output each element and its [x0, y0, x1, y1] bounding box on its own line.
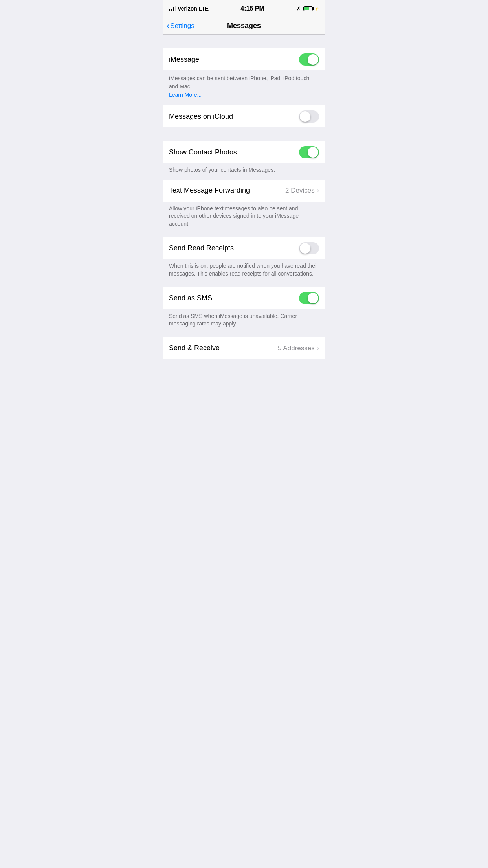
section-gap-top: [163, 35, 325, 48]
send-receive-label: Send & Receive: [169, 344, 220, 352]
send-sms-description: Send as SMS when iMessage is unavailable…: [163, 309, 325, 333]
signal-bar-2: [171, 9, 172, 11]
send-receive-row[interactable]: Send & Receive 5 Addresses ›: [163, 337, 325, 359]
carrier-name: Verizon: [178, 6, 197, 12]
send-receive-value: 5 Addresses ›: [278, 344, 319, 352]
charging-icon: ⚡: [314, 7, 319, 11]
bluetooth-icon: ✗: [296, 6, 301, 12]
status-left: Verizon LTE: [169, 6, 209, 12]
send-receive-group: Send & Receive 5 Addresses ›: [163, 337, 325, 359]
send-receive-count: 5 Addresses: [278, 344, 315, 352]
network-type: LTE: [199, 6, 209, 12]
section-gap-4: [163, 283, 325, 287]
back-chevron-icon: ‹: [167, 22, 169, 30]
read-receipts-toggle[interactable]: [299, 242, 319, 254]
read-receipts-row: Send Read Receipts: [163, 237, 325, 259]
read-receipts-label: Send Read Receipts: [169, 244, 234, 252]
send-sms-toggle-knob: [308, 293, 318, 303]
contact-photos-toggle-knob: [308, 147, 318, 158]
messages-icloud-row: Messages on iCloud: [163, 105, 325, 127]
send-sms-row: Send as SMS: [163, 287, 325, 309]
read-receipts-group: Send Read Receipts: [163, 237, 325, 259]
imessage-row: iMessage: [163, 48, 325, 70]
send-receive-chevron-icon: ›: [317, 345, 319, 352]
learn-more-link[interactable]: Learn More...: [169, 92, 202, 98]
imessage-group: iMessage: [163, 48, 325, 70]
text-forwarding-count: 2 Devices: [285, 187, 315, 195]
status-time: 4:15 PM: [240, 5, 264, 12]
send-sms-toggle[interactable]: [299, 292, 319, 304]
status-right: ✗ ⚡: [296, 6, 319, 12]
back-button[interactable]: ‹ Settings: [167, 22, 194, 30]
back-label: Settings: [170, 22, 194, 30]
section-gap-5: [163, 333, 325, 337]
send-sms-label: Send as SMS: [169, 294, 212, 302]
imessage-label: iMessage: [169, 55, 199, 64]
battery-fill: [304, 7, 309, 10]
text-forwarding-description: Allow your iPhone text messages to also …: [163, 202, 325, 234]
messages-icloud-toggle[interactable]: [299, 110, 319, 123]
status-bar: Verizon LTE 4:15 PM ✗ ⚡: [163, 0, 325, 17]
send-sms-group: Send as SMS: [163, 287, 325, 309]
battery-container: ⚡: [303, 6, 319, 11]
contact-photos-description-text: Show photos of your contacts in Messages…: [169, 166, 319, 174]
contact-photos-toggle[interactable]: [299, 146, 319, 158]
messages-icloud-label: Messages on iCloud: [169, 112, 233, 121]
contact-photos-description: Show photos of your contacts in Messages…: [163, 163, 325, 180]
signal-bar-4: [175, 6, 176, 11]
imessage-toggle-knob: [308, 54, 318, 65]
contact-photos-group: Show Contact Photos: [163, 141, 325, 163]
text-forwarding-label: Text Message Forwarding: [169, 186, 250, 195]
messages-icloud-toggle-knob: [300, 111, 310, 122]
send-sms-description-text: Send as SMS when iMessage is unavailable…: [169, 313, 319, 328]
signal-bars: [169, 6, 176, 11]
read-receipts-toggle-knob: [300, 243, 310, 254]
read-receipts-description: When this is on, people are notified whe…: [163, 259, 325, 283]
imessage-description-text: iMessages can be sent between iPhone, iP…: [169, 74, 319, 99]
page-title: Messages: [227, 22, 261, 30]
imessage-toggle[interactable]: [299, 53, 319, 66]
messages-icloud-group: Messages on iCloud: [163, 105, 325, 127]
text-forwarding-description-text: Allow your iPhone text messages to also …: [169, 205, 319, 228]
contact-photos-row: Show Contact Photos: [163, 141, 325, 163]
text-forwarding-group: Text Message Forwarding 2 Devices ›: [163, 180, 325, 202]
text-forwarding-chevron-icon: ›: [317, 187, 319, 194]
section-gap-2: [163, 127, 325, 141]
contact-photos-label: Show Contact Photos: [169, 148, 237, 156]
text-forwarding-row[interactable]: Text Message Forwarding 2 Devices ›: [163, 180, 325, 202]
imessage-description: iMessages can be sent between iPhone, iP…: [163, 70, 325, 105]
read-receipts-description-text: When this is on, people are notified whe…: [169, 262, 319, 278]
nav-bar: ‹ Settings Messages: [163, 17, 325, 35]
signal-bar-1: [169, 9, 170, 11]
signal-bar-3: [173, 7, 174, 11]
battery-icon: [303, 6, 313, 11]
section-gap-3: [163, 233, 325, 237]
text-forwarding-value: 2 Devices ›: [285, 187, 319, 195]
